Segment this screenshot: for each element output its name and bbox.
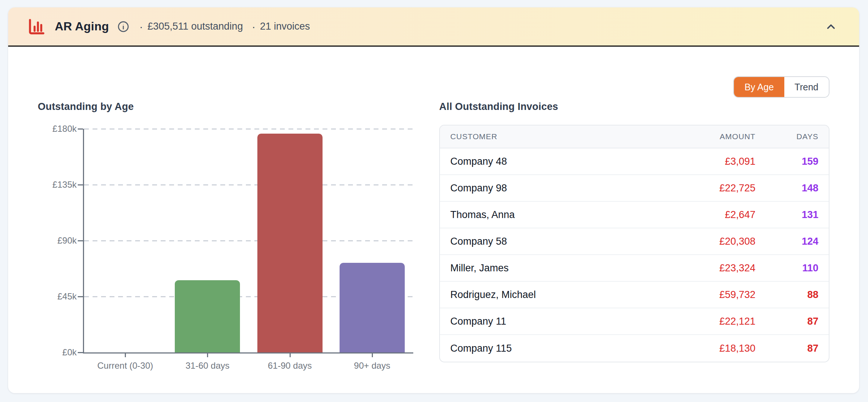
y-axis-label: £45k <box>32 292 77 301</box>
panel-title: AR Aging <box>55 20 109 33</box>
table-title: All Outstanding Invoices <box>439 101 829 113</box>
meta-bullet: · <box>139 20 143 33</box>
cell-customer: Company 58 <box>450 236 644 247</box>
cell-amount: £18,130 <box>644 343 755 354</box>
cell-customer: Company 115 <box>450 343 644 354</box>
gridline <box>84 240 413 241</box>
view-toggle: By AgeTrend <box>733 76 829 98</box>
chart-title: Outstanding by Age <box>38 101 428 113</box>
table-body: Company 48£3,091159Company 98£22,725148T… <box>440 148 829 362</box>
column-header-customer: CUSTOMER <box>450 132 644 141</box>
column-header-amount: AMOUNT <box>644 132 755 141</box>
cell-amount: £59,732 <box>644 289 755 301</box>
y-axis-tick <box>78 128 83 130</box>
table-row: Company 58£20,308124 <box>440 228 829 255</box>
x-axis-tick <box>125 352 126 357</box>
cell-days: 87 <box>755 343 818 354</box>
cell-days: 131 <box>755 209 818 221</box>
cell-customer: Company 48 <box>450 156 644 167</box>
y-axis-label: £135k <box>32 180 77 190</box>
cell-days: 87 <box>755 316 818 327</box>
cell-days: 159 <box>755 156 818 167</box>
table-row: Thomas, Anna£2,647131 <box>440 202 829 228</box>
panel-content: By AgeTrend Outstanding by Age £0k£45k£9… <box>8 47 859 392</box>
y-axis-tick <box>78 352 83 353</box>
gridline <box>84 184 413 185</box>
cell-amount: £22,121 <box>644 316 755 327</box>
cell-customer: Thomas, Anna <box>450 209 644 221</box>
x-axis-tick <box>207 352 208 357</box>
y-axis-tick <box>78 240 83 241</box>
chart-bar-90-days[interactable] <box>340 263 405 352</box>
meta-bullet: · <box>252 20 256 33</box>
cell-customer: Rodriguez, Michael <box>450 289 644 301</box>
cell-amount: £20,308 <box>644 236 755 247</box>
toggle-by-age[interactable]: By Age <box>734 77 784 97</box>
gridline <box>84 128 413 130</box>
invoices-table: CUSTOMER AMOUNT DAYS Company 48£3,091159… <box>439 125 829 362</box>
table-row: Company 11£22,12187 <box>440 308 829 335</box>
collapse-button[interactable] <box>820 16 842 38</box>
table-row: Company 48£3,091159 <box>440 148 829 175</box>
x-axis-label: 61-90 days <box>268 361 312 371</box>
table-row: Miller, James£23,324110 <box>440 255 829 282</box>
cell-customer: Company 98 <box>450 182 644 194</box>
cell-customer: Miller, James <box>450 262 644 274</box>
x-axis-tick <box>372 352 373 357</box>
chevron-up-icon <box>825 20 837 33</box>
outstanding-total: £305,511 outstanding <box>147 21 243 32</box>
cell-days: 148 <box>755 182 818 194</box>
table-column: All Outstanding Invoices CUSTOMER AMOUNT… <box>439 101 829 388</box>
x-axis-label: Current (0-30) <box>97 361 153 371</box>
panel-header-bar[interactable]: AR Aging · £305,511 outstanding · 21 inv… <box>8 7 859 47</box>
chart-plot: £0k£45k£90k£135k£180kCurrent (0-30)31-60… <box>83 129 413 354</box>
table-row: Company 115£18,13087 <box>440 335 829 362</box>
toggle-trend[interactable]: Trend <box>784 77 829 97</box>
x-axis-label: 31-60 days <box>186 361 230 371</box>
y-axis-tick <box>78 184 83 185</box>
outstanding-by-age-chart: £0k£45k£90k£135k£180kCurrent (0-30)31-60… <box>38 125 428 388</box>
chart-bar-61-90-days[interactable] <box>257 134 323 352</box>
column-header-days: DAYS <box>755 132 818 141</box>
cell-amount: £2,647 <box>644 209 755 221</box>
x-axis-label: 90+ days <box>354 361 390 371</box>
y-axis-label: £0k <box>32 348 77 357</box>
invoice-count: 21 invoices <box>260 21 310 32</box>
y-axis-label: £90k <box>32 236 77 245</box>
cell-amount: £23,324 <box>644 262 755 274</box>
panel-meta: · £305,511 outstanding · 21 invoices <box>139 20 310 33</box>
bar-chart-icon <box>27 17 47 37</box>
cell-days: 124 <box>755 236 818 247</box>
chart-column: Outstanding by Age £0k£45k£90k£135k£180k… <box>38 101 428 388</box>
cell-days: 110 <box>755 262 818 274</box>
table-row: Company 98£22,725148 <box>440 175 829 202</box>
y-axis-tick <box>78 296 83 297</box>
info-icon[interactable] <box>117 20 130 33</box>
cell-days: 88 <box>755 289 818 301</box>
table-row: Rodriguez, Michael£59,73288 <box>440 282 829 308</box>
table-header-row: CUSTOMER AMOUNT DAYS <box>440 125 829 148</box>
cell-amount: £22,725 <box>644 182 755 194</box>
chart-bar-31-60-days[interactable] <box>175 280 240 352</box>
x-axis-tick <box>290 352 291 357</box>
cell-customer: Company 11 <box>450 316 644 327</box>
cell-amount: £3,091 <box>644 156 755 167</box>
y-axis-label: £180k <box>32 124 77 134</box>
ar-aging-panel: AR Aging · £305,511 outstanding · 21 inv… <box>8 7 859 393</box>
